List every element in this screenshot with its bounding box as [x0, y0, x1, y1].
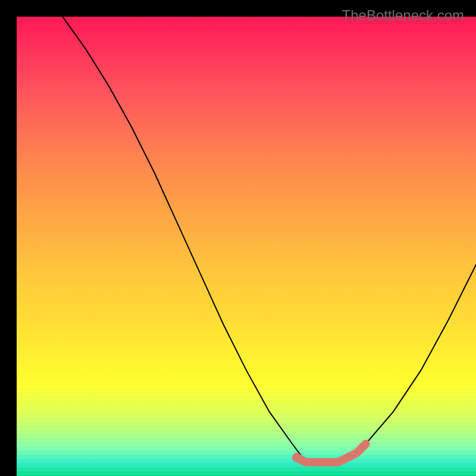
- chart-frame: TheBottleneck.com: [8, 8, 468, 468]
- plot-area: [17, 17, 476, 476]
- svg-point-0: [292, 453, 302, 462]
- watermark-text: TheBottleneck.com: [342, 7, 464, 24]
- optimal-range-highlight: [17, 17, 476, 476]
